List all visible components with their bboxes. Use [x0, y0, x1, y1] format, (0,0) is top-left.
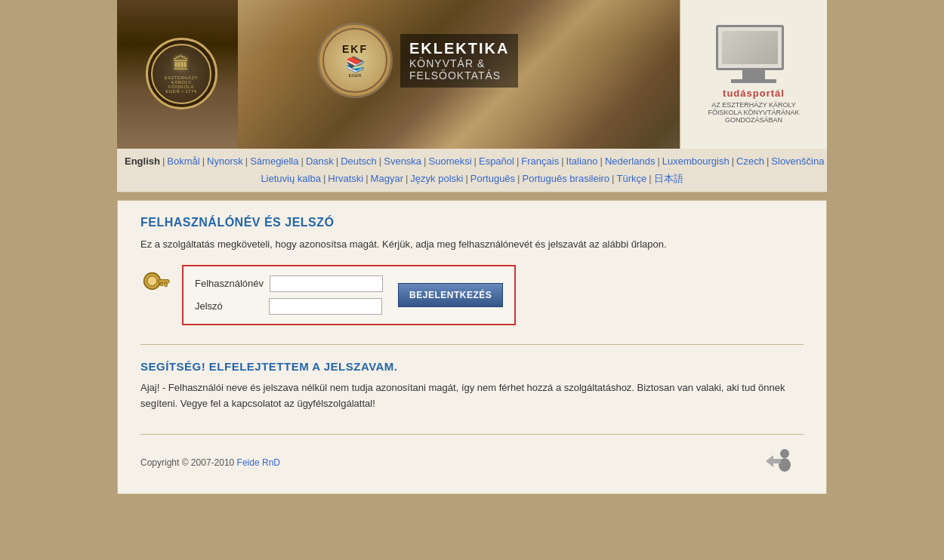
monitor-icon: [716, 25, 791, 82]
tudasportal-logo: tudásportál AZ ESZTERHÁZY KÁROLY FŐISKOL…: [680, 0, 827, 149]
lang-bokmal[interactable]: Bokmål: [167, 155, 199, 167]
feide-icon: [758, 446, 804, 478]
login-section-title: FELHASZNÁLÓNÉV ÉS JELSZÓ: [140, 216, 804, 229]
form-fields: Felhasználónév Jelszó: [195, 275, 383, 315]
lang-hrvatski[interactable]: Hrvatski: [328, 173, 363, 184]
language-row-1: English|Bokmål|Nynorsk|Sámegiella|Dansk|…: [125, 152, 819, 170]
lang-polski[interactable]: Język polski: [410, 173, 463, 184]
svg-rect-4: [160, 283, 163, 286]
login-button[interactable]: BEJELENTKEZÉS: [398, 283, 503, 307]
main-content: FELHASZNÁLÓNÉV ÉS JELSZÓ Ez a szolgáltat…: [117, 200, 827, 495]
lang-nederlands[interactable]: Nederlands: [605, 155, 656, 167]
password-input[interactable]: [269, 298, 382, 315]
lang-english[interactable]: English: [125, 155, 160, 167]
username-row: Felhasználónév: [195, 275, 383, 292]
building-icon: 🏛: [173, 54, 190, 74]
svg-rect-2: [159, 279, 170, 283]
svg-marker-7: [766, 455, 781, 467]
lang-japanese[interactable]: 日本語: [654, 173, 683, 184]
lang-svenska[interactable]: Svenska: [384, 155, 421, 167]
lang-dansk[interactable]: Dansk: [306, 155, 334, 167]
lang-czech[interactable]: Czech: [736, 155, 764, 167]
ekf-circle: EKF 📚 EGER: [317, 23, 393, 98]
svg-rect-3: [165, 283, 168, 287]
password-row: Jelszó: [195, 298, 383, 315]
lang-nynorsk[interactable]: Nynorsk: [207, 155, 243, 167]
login-section-desc: Ez a szolgáltatás megköveteli, hogy azon…: [140, 238, 804, 250]
svg-point-1: [147, 276, 157, 286]
username-label: Felhasználónév: [195, 278, 264, 289]
logo-left: 🏛 ESZTERHÁZYKÁROLYFŐISKOLAEGER • 1774: [128, 8, 234, 140]
forgot-text: Ajaj! - Felhasználói neve és jelszava né…: [140, 380, 804, 412]
page-footer: Copyright © 2007-2010 Feide RnD: [140, 434, 804, 478]
password-label: Jelszó: [195, 300, 263, 312]
feide-link[interactable]: Feide RnD: [237, 457, 280, 468]
logo-center: EKF 📚 EGER EKLEKTIKA KÖNYVTÁR & FELSŐOKT…: [317, 23, 518, 98]
page-header: 🏛 ESZTERHÁZYKÁROLYFŐISKOLAEGER • 1774 EK…: [117, 0, 827, 149]
language-bar: English|Bokmål|Nynorsk|Sámegiella|Dansk|…: [117, 149, 827, 192]
eklektika-brand: EKLEKTIKA KÖNYVTÁR & FELSŐOKTATÁS: [400, 34, 518, 88]
lang-luxembourgish[interactable]: Luxembourgish: [662, 155, 730, 167]
forgot-title: SEGÍTSÉG! ELFELEJTETTEM A JELSZAVAM.: [140, 360, 804, 373]
lang-italiano[interactable]: Italiano: [566, 155, 598, 167]
login-form-box: Felhasználónév Jelszó BEJELENTKEZÉS: [182, 265, 516, 325]
lang-francais[interactable]: Français: [521, 155, 559, 167]
login-area: Felhasználónév Jelszó BEJELENTKEZÉS: [140, 265, 804, 325]
key-icon: [140, 269, 171, 306]
section-divider: [140, 344, 804, 345]
username-input[interactable]: [270, 275, 383, 292]
svg-point-5: [780, 449, 789, 458]
lang-lietuv[interactable]: Lietuvių kalba: [261, 173, 321, 184]
lang-samegiella[interactable]: Sámegiella: [250, 155, 298, 167]
language-row-2: Lietuvių kalba|Hrvatski|Magyar|Język pol…: [125, 170, 819, 187]
lang-portugues[interactable]: Português: [470, 173, 515, 184]
key-icon-wrapper: [140, 269, 171, 309]
lang-turkce[interactable]: Türkçe: [617, 173, 647, 184]
lang-portugues-br[interactable]: Português brasileiro: [522, 173, 609, 184]
lang-suomeksi[interactable]: Suomeksi: [429, 155, 472, 167]
lang-magyar[interactable]: Magyar: [371, 173, 403, 184]
lang-espanol[interactable]: Español: [479, 155, 514, 167]
lang-slovenscina[interactable]: Slovenščina: [771, 155, 824, 167]
lang-deutsch[interactable]: Deutsch: [341, 155, 377, 167]
footer-copyright: Copyright © 2007-2010 Feide RnD: [140, 457, 280, 468]
